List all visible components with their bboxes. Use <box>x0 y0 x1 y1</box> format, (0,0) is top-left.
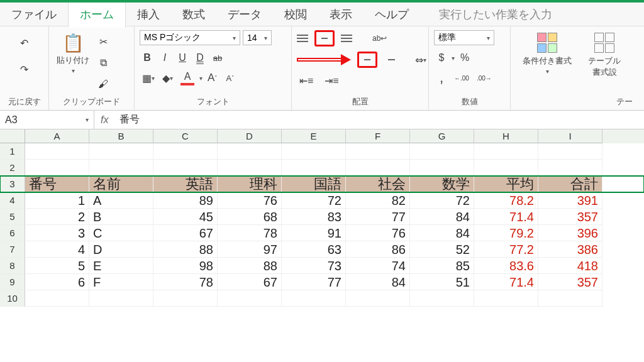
cell[interactable]: 番号 <box>25 176 89 192</box>
cell[interactable] <box>410 160 474 176</box>
redo-button[interactable]: ↷ <box>17 62 32 77</box>
cell[interactable]: D <box>89 241 153 258</box>
row-header[interactable]: 1 <box>0 143 25 160</box>
cell[interactable] <box>282 160 346 176</box>
cell[interactable]: 84 <box>410 225 474 241</box>
cell[interactable] <box>410 143 474 160</box>
cell[interactable] <box>153 143 218 160</box>
grow-font-button[interactable]: A˄ <box>205 70 220 85</box>
cell[interactable]: F <box>89 274 153 290</box>
increase-decimal-button[interactable]: ←.00 <box>452 70 472 85</box>
cell[interactable] <box>153 290 218 307</box>
cell[interactable]: 52 <box>410 241 474 258</box>
cell[interactable]: 83.6 <box>474 258 538 274</box>
align-middle-button[interactable] <box>319 33 330 43</box>
cell[interactable]: 78 <box>153 274 218 290</box>
cut-button[interactable]: ✂ <box>96 34 111 49</box>
wrap-text-button[interactable]: ab↩ <box>370 31 389 46</box>
strike-button[interactable]: ab <box>210 50 225 65</box>
name-box[interactable]: A3 ▾ <box>0 111 94 129</box>
column-header[interactable]: E <box>282 129 346 143</box>
cell[interactable]: 82 <box>346 192 410 209</box>
cell[interactable]: 86 <box>346 241 410 258</box>
cell[interactable]: 391 <box>538 192 602 209</box>
column-header[interactable]: I <box>538 129 602 143</box>
column-header[interactable]: G <box>410 129 474 143</box>
column-header[interactable]: H <box>474 129 538 143</box>
copy-button[interactable]: ⧉ <box>96 55 111 70</box>
cell[interactable]: 73 <box>282 258 346 274</box>
row-header[interactable]: 2 <box>0 160 25 176</box>
row-header[interactable]: 9 <box>0 274 25 290</box>
cell[interactable] <box>218 160 282 176</box>
cell[interactable] <box>474 143 538 160</box>
tab-data[interactable]: データ <box>216 2 273 27</box>
align-center-button[interactable] <box>362 55 373 65</box>
cell[interactable] <box>282 143 346 160</box>
comma-style-button[interactable]: , <box>434 70 449 85</box>
increase-indent-button[interactable]: ⇥≡ <box>322 73 341 88</box>
align-top-button[interactable] <box>297 33 308 43</box>
tell-me-box[interactable]: 実行したい作業を入力 <box>420 2 644 27</box>
cell[interactable] <box>25 290 89 307</box>
tab-home[interactable]: ホーム <box>68 1 126 28</box>
cell[interactable]: 71.4 <box>474 274 538 290</box>
row-header[interactable]: 6 <box>0 225 25 241</box>
cell[interactable]: 88 <box>153 241 218 258</box>
cell[interactable]: 45 <box>153 209 218 225</box>
cell[interactable]: 91 <box>282 225 346 241</box>
fx-button[interactable]: fx <box>94 114 114 126</box>
cell[interactable] <box>25 160 89 176</box>
italic-button[interactable]: I <box>157 50 172 65</box>
cell[interactable] <box>218 290 282 307</box>
cell[interactable]: 1 <box>25 192 89 209</box>
column-header[interactable]: A <box>25 129 89 143</box>
cell[interactable]: 79.2 <box>474 225 538 241</box>
cell[interactable]: B <box>89 209 153 225</box>
number-format-select[interactable]: 標準 ▾ <box>434 30 494 45</box>
cell[interactable] <box>346 290 410 307</box>
cell[interactable] <box>89 290 153 307</box>
tab-view[interactable]: 表示 <box>318 2 364 27</box>
paste-button[interactable]: 📋 貼り付け ▾ <box>54 30 92 77</box>
cell[interactable] <box>282 290 346 307</box>
cell[interactable]: 396 <box>538 225 602 241</box>
double-underline-button[interactable]: D <box>192 50 208 65</box>
cell[interactable]: 2 <box>25 209 89 225</box>
cell[interactable] <box>346 143 410 160</box>
column-header[interactable]: F <box>346 129 410 143</box>
tab-file[interactable]: ファイル <box>0 2 68 27</box>
cell[interactable] <box>474 290 538 307</box>
column-header[interactable]: D <box>218 129 282 143</box>
cell[interactable]: 67 <box>218 274 282 290</box>
cell[interactable]: 72 <box>410 192 474 209</box>
cell[interactable]: 98 <box>153 258 218 274</box>
tab-formulas[interactable]: 数式 <box>171 2 216 27</box>
cell[interactable]: 357 <box>538 274 602 290</box>
row-header[interactable]: 4 <box>0 192 25 209</box>
cell[interactable]: 72 <box>282 192 346 209</box>
cell[interactable] <box>89 143 153 160</box>
table-format-button[interactable]: テーブル 書式設 <box>582 30 626 80</box>
cell[interactable]: 社会 <box>346 176 410 192</box>
cell[interactable]: 85 <box>410 258 474 274</box>
cell[interactable]: 74 <box>346 258 410 274</box>
cell[interactable] <box>346 160 410 176</box>
row-header[interactable]: 10 <box>0 290 25 307</box>
currency-button[interactable]: $ <box>434 50 449 65</box>
conditional-format-button[interactable]: 条件付き書式 ▾ <box>516 30 579 77</box>
column-header[interactable]: C <box>153 129 218 143</box>
column-header[interactable]: B <box>89 129 153 143</box>
cell[interactable]: 68 <box>218 209 282 225</box>
cell[interactable]: 4 <box>25 241 89 258</box>
row-header[interactable]: 5 <box>0 209 25 225</box>
cell[interactable]: 合計 <box>538 176 602 192</box>
merge-center-button[interactable]: ⇔▾ <box>413 52 429 67</box>
cell[interactable]: 平均 <box>474 176 538 192</box>
tab-help[interactable]: ヘルプ <box>364 2 420 27</box>
cell[interactable]: 6 <box>25 274 89 290</box>
cell[interactable] <box>218 143 282 160</box>
font-name-select[interactable]: MS Pゴシック ▾ <box>140 30 240 45</box>
cell[interactable]: 97 <box>218 241 282 258</box>
cell[interactable]: 77 <box>346 209 410 225</box>
